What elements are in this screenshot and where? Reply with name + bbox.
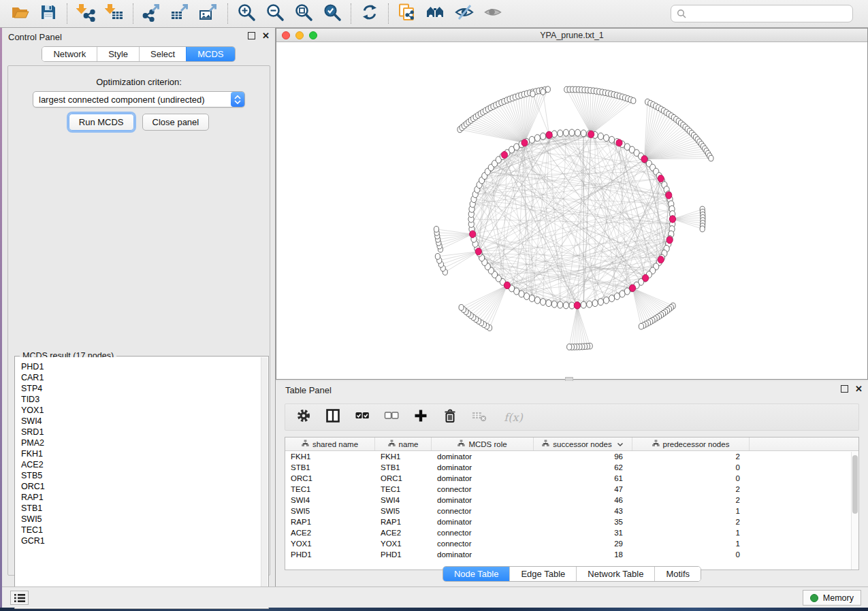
table-cell: connector (432, 484, 534, 495)
toolbar-separator (388, 3, 389, 24)
mcds-result-item[interactable]: STP4 (21, 383, 261, 394)
import-network-button[interactable] (71, 2, 100, 25)
mcds-result-item[interactable]: SWI4 (21, 416, 261, 427)
table-tab-edge-table[interactable]: Edge Table (509, 567, 576, 581)
apply-layout-icon (360, 3, 379, 24)
tab-select[interactable]: Select (139, 47, 186, 61)
zoom-in-button[interactable] (232, 2, 261, 25)
mcds-result-list[interactable]: PHD1CAR1STP4TID3YOX1SWI4SRD1PMA2FKH1ACE2… (16, 357, 261, 608)
minimize-window-icon[interactable] (295, 31, 304, 39)
network-canvas[interactable] (276, 42, 867, 379)
table-row[interactable]: FKH1FKH1dominator962 (285, 451, 858, 462)
mcds-result-item[interactable]: ACE2 (21, 459, 261, 470)
float-panel-icon[interactable] (248, 32, 255, 39)
mcds-result-item[interactable]: YOX1 (21, 405, 261, 416)
table-tab-node-table[interactable]: Node Table (443, 567, 510, 581)
close-table-panel-icon[interactable]: ✕ (855, 385, 863, 393)
select-all-button[interactable] (353, 408, 371, 426)
table-cell: 2 (632, 484, 750, 495)
table-cell: RAP1 (375, 516, 432, 527)
column-header-shared-name[interactable]: shared name (285, 437, 375, 450)
show-all-button[interactable] (479, 2, 507, 25)
mcds-result-item[interactable]: TEC1 (21, 525, 261, 535)
optimization-criterion-select[interactable]: largest connected component (undirected) (33, 91, 245, 108)
mcds-list-scrollbar[interactable] (261, 357, 268, 608)
tab-mcds[interactable]: MCDS (186, 47, 234, 61)
table-cell: ORC1 (285, 473, 375, 484)
network-window-titlebar[interactable]: YPA_prune.txt_1 (276, 29, 867, 42)
memory-button[interactable]: Memory (803, 590, 861, 606)
table-tab-motifs[interactable]: Motifs (654, 567, 701, 581)
table-panel-titlebar: Table Panel ✕ (276, 381, 868, 399)
mcds-result-item[interactable]: FKH1 (21, 448, 261, 459)
network-view-window: YPA_prune.txt_1 (276, 28, 868, 380)
mcds-result-item[interactable]: ORC1 (21, 481, 261, 492)
first-neighbors-icon (426, 3, 445, 24)
table-toolbar: f(x) (285, 403, 859, 431)
mcds-result-item[interactable]: STB1 (21, 503, 261, 514)
table-row[interactable]: PHD1PHD1dominator180 (285, 549, 858, 560)
mcds-result-item[interactable]: PHD1 (21, 361, 261, 372)
add-column-button[interactable] (412, 408, 430, 426)
tab-style[interactable]: Style (97, 47, 139, 61)
show-network-list-button[interactable] (10, 591, 29, 605)
table-row[interactable]: STB1STB1dominator620 (285, 462, 858, 473)
table-cell: 43 (534, 506, 632, 516)
column-header-name[interactable]: name (375, 437, 432, 450)
column-header-MCDS-role[interactable]: MCDS role (432, 437, 534, 450)
first-neighbors-button[interactable] (421, 2, 450, 25)
save-session-button[interactable] (34, 2, 63, 25)
memory-label: Memory (823, 593, 854, 603)
zoom-fit-button[interactable] (289, 2, 318, 25)
clone-network-button[interactable] (393, 2, 421, 25)
mcds-result-item[interactable]: GCR1 (21, 535, 261, 546)
table-panel-title: Table Panel (276, 385, 332, 395)
tab-network[interactable]: Network (42, 47, 97, 61)
run-mcds-button[interactable]: Run MCDS (69, 114, 134, 131)
add-column-icon (413, 408, 428, 426)
table-tab-network-table[interactable]: Network Table (576, 567, 654, 581)
node-table[interactable]: shared name name MCDS role successor nod… (285, 437, 859, 570)
table-row[interactable]: YOX1YOX1connector291 (285, 538, 858, 549)
split-view-button[interactable] (324, 408, 342, 426)
export-network-button[interactable] (138, 2, 166, 25)
mcds-result-item[interactable]: TID3 (21, 394, 261, 405)
maximize-window-icon[interactable] (309, 31, 317, 39)
import-table-button[interactable] (100, 2, 129, 25)
list-icon (14, 593, 26, 603)
table-row[interactable]: ORC1ORC1dominator610 (285, 473, 858, 484)
close-window-icon[interactable] (282, 31, 290, 39)
delete-rows-button[interactable] (441, 408, 459, 426)
mcds-result-item[interactable]: SWI5 (21, 514, 261, 525)
table-row[interactable]: TEC1TEC1connector472 (285, 484, 858, 495)
export-table-button[interactable] (166, 2, 195, 25)
zoom-out-button[interactable] (261, 2, 289, 25)
mcds-result-item[interactable]: PMA2 (21, 437, 261, 448)
deselect-all-button[interactable] (383, 408, 400, 426)
export-image-button[interactable] (195, 2, 223, 25)
column-header-successor-nodes[interactable]: successor nodes (534, 437, 632, 450)
mcds-result-item[interactable]: RAP1 (21, 492, 261, 503)
table-scrollbar-thumb[interactable] (852, 455, 858, 514)
search-box[interactable] (671, 5, 853, 22)
close-panel-button[interactable]: Close panel (142, 114, 210, 131)
table-row[interactable]: SWI4SWI4dominator462 (285, 495, 858, 506)
search-input[interactable] (690, 9, 847, 18)
mcds-result-item[interactable]: CAR1 (21, 372, 261, 383)
select-all-icon (355, 408, 370, 426)
column-header-predecessor-nodes[interactable]: predecessor nodes (632, 437, 750, 450)
hide-selected-button[interactable] (450, 2, 479, 25)
apply-layout-button[interactable] (355, 2, 384, 25)
table-settings-button[interactable] (295, 408, 312, 426)
table-row[interactable]: ACE2ACE2connector311 (285, 527, 858, 538)
close-panel-icon[interactable]: ✕ (262, 32, 270, 39)
table-scrollbar[interactable] (851, 452, 858, 569)
float-table-panel-icon[interactable] (841, 385, 848, 393)
mcds-result-item[interactable]: STB5 (21, 470, 261, 481)
open-session-button[interactable] (5, 2, 34, 25)
mcds-result-group: MCDS result (17 nodes) PHD1CAR1STP4TID3Y… (14, 356, 269, 609)
mcds-result-item[interactable]: SRD1 (21, 427, 261, 437)
zoom-selected-button[interactable] (318, 2, 347, 25)
table-row[interactable]: RAP1RAP1dominator352 (285, 516, 858, 527)
table-row[interactable]: SWI5SWI5connector431 (285, 506, 858, 516)
